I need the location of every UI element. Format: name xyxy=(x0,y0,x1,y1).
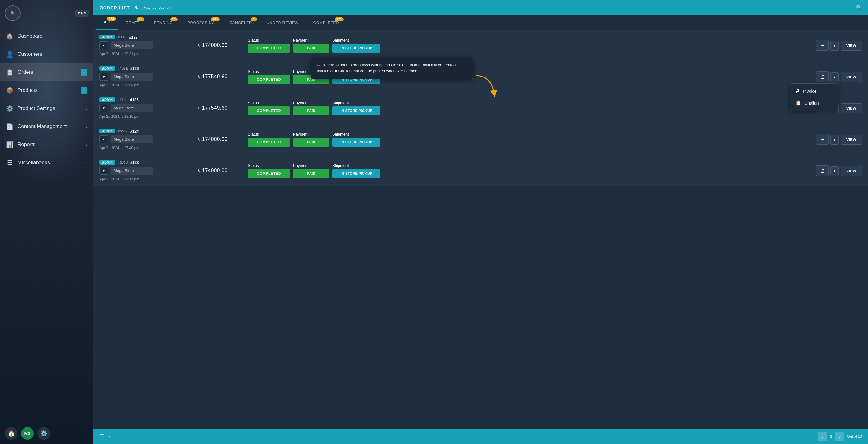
print-dropdown-button-order5[interactable]: ▾ xyxy=(830,166,839,176)
nav-arrow-miscellaneous: › xyxy=(86,160,87,165)
refresh-button[interactable]: ↻ xyxy=(135,5,139,10)
nav-plus-products[interactable]: + xyxy=(81,87,87,94)
home-bottom-button[interactable]: 🏠 xyxy=(5,427,18,440)
payment-button-order4[interactable]: PAID xyxy=(293,138,329,147)
order-shipment-col-order3: Shipment IN STORE PICKUP xyxy=(332,101,380,115)
nav-label-content-management: Content Management xyxy=(18,124,67,130)
dropdown-item-invoice[interactable]: 🖨Invoice xyxy=(790,86,838,97)
order-store-order1: Mega Store xyxy=(111,41,153,49)
order-dropdown-btn-order5[interactable]: ▾ xyxy=(99,167,108,175)
sidebar-item-customers[interactable]: 👤 Customers xyxy=(0,45,93,63)
dropdown-item-challan[interactable]: 📋Challan xyxy=(790,97,838,109)
shipment-button-order5[interactable]: IN STORE PICKUP xyxy=(332,169,380,178)
sidebar-item-content-management[interactable]: 📄 Content Management › xyxy=(0,117,93,136)
view-button-order1[interactable]: VIEW xyxy=(841,41,862,50)
order-dropdown-btn-order4[interactable]: ▾ xyxy=(99,135,108,143)
sidebar-nav: 🏠 Dashboard 👤 Customers 📋 Orders + 📦 Pro… xyxy=(0,25,93,422)
sidebar-item-reports[interactable]: 📊 Reports › xyxy=(0,136,93,153)
payment-label-order5: Payment xyxy=(293,163,329,168)
tab-badge-completed: 121 xyxy=(335,18,344,22)
tab-under-review[interactable]: UNDER REVIEW xyxy=(259,16,306,29)
print-button-order2[interactable]: 🖨 xyxy=(816,71,829,82)
top-search-button[interactable]: 🔍 xyxy=(855,4,862,11)
payment-button-order1[interactable]: PAID xyxy=(293,44,329,53)
status-button-order1[interactable]: COMPLETED xyxy=(248,44,290,53)
tab-badge-all: 253 xyxy=(107,17,116,21)
pagination-next-button[interactable]: › xyxy=(835,432,844,441)
nav-label-miscellaneous: Miscellaneous xyxy=(18,160,50,166)
order-num-order4: #124 xyxy=(130,129,139,133)
order-dropdown-btn-order3[interactable]: ▾ xyxy=(99,104,108,112)
order-dropdown-btn-order2[interactable]: ▾ xyxy=(99,73,108,81)
order-ref-order1: #007f xyxy=(118,35,127,39)
tab-canceled[interactable]: CANCELED3 xyxy=(222,16,259,29)
view-button-order5[interactable]: VIEW xyxy=(841,166,862,176)
status-button-order4[interactable]: COMPLETED xyxy=(248,138,290,147)
language-selector[interactable]: বা EN xyxy=(75,10,89,16)
order-amount-order4: ৳ 174000.00 xyxy=(183,136,243,142)
shipment-label-order5: Shipment xyxy=(332,163,380,168)
status-button-order3[interactable]: COMPLETED xyxy=(248,106,290,115)
order-status-cols-order4: Status COMPLETED Payment PAID Shipment I… xyxy=(248,132,380,147)
status-button-order5[interactable]: COMPLETED xyxy=(248,169,290,178)
order-badges-order4: ADMIN #6587 #124 xyxy=(99,129,178,133)
order-status-col-order3: Status COMPLETED xyxy=(248,101,290,115)
sidebar-item-product-settings[interactable]: ⚙️ Product Settings › xyxy=(0,99,93,117)
footer-back-icon[interactable]: ‹ xyxy=(109,434,111,440)
tab-processing[interactable]: PROCESSING107 xyxy=(180,16,222,29)
order-actions-order1: 🖨 ▾ VIEW xyxy=(816,40,862,50)
tab-badge-pending: 12 xyxy=(170,18,178,22)
order-shipment-col-order1: Shipment IN STORE PICKUP xyxy=(332,38,380,53)
tab-pending[interactable]: PENDING12 xyxy=(147,16,180,29)
admin-badge-order3: ADMIN xyxy=(99,97,115,102)
print-dropdown-button-order1[interactable]: ▾ xyxy=(830,41,839,50)
ms-button[interactable]: MS xyxy=(21,427,34,440)
order-dropdown-btn-order1[interactable]: ▾ xyxy=(99,41,108,49)
total-pages: Out of 13 xyxy=(847,434,862,439)
view-button-order3[interactable]: VIEW xyxy=(841,103,862,113)
nav-label-reports: Reports xyxy=(18,142,36,147)
tabs-bar: ALL253DRAFT10PENDING12PROCESSING107CANCE… xyxy=(93,15,868,30)
settings-bottom-button[interactable]: ⚙️ xyxy=(37,427,50,440)
tooltip-text: Click here to open a dropdown with optio… xyxy=(317,63,456,73)
order-left-order2: ADMIN #409a #126 ▾ Mega Store Apr 21 202… xyxy=(99,66,178,88)
sidebar-item-orders[interactable]: 📋 Orders + xyxy=(0,63,93,81)
print-dropdown-button-order4[interactable]: ▾ xyxy=(830,135,839,145)
status-button-order2[interactable]: COMPLETED xyxy=(248,75,290,84)
search-button[interactable]: 🔍 xyxy=(5,5,21,21)
order-status-col-order2: Status COMPLETED xyxy=(248,69,290,84)
tab-all[interactable]: ALL253 xyxy=(96,15,119,30)
order-actions-order5: 🖨 ▾ VIEW xyxy=(816,165,862,176)
status-label-order3: Status xyxy=(248,101,290,105)
order-actions-order4: 🖨 ▾ VIEW xyxy=(816,134,862,145)
admin-badge-order1: ADMIN xyxy=(99,35,115,39)
shipment-button-order1[interactable]: IN STORE PICKUP xyxy=(332,44,380,53)
order-status-cols-order3: Status COMPLETED Payment PAID Shipment I… xyxy=(248,101,380,115)
print-button-order1[interactable]: 🖨 xyxy=(816,40,829,50)
sidebar-item-miscellaneous[interactable]: ☰ Miscellaneous › xyxy=(0,153,93,172)
tab-draft[interactable]: DRAFT10 xyxy=(119,16,147,29)
print-dropdown-button-order2[interactable]: ▾ xyxy=(830,72,839,82)
pagination-prev-button[interactable]: ‹ xyxy=(818,432,827,441)
shipment-label-order3: Shipment xyxy=(332,101,380,105)
footer-pagination: ‹ 1 › Out of 13 xyxy=(818,432,862,441)
view-button-order2[interactable]: VIEW xyxy=(841,72,862,82)
view-button-order4[interactable]: VIEW xyxy=(841,135,862,145)
order-store-order2: Mega Store xyxy=(111,73,153,81)
print-button-order4[interactable]: 🖨 xyxy=(816,134,829,145)
shipment-button-order3[interactable]: IN STORE PICKUP xyxy=(332,106,380,115)
tab-completed[interactable]: COMPLETED121 xyxy=(306,16,346,29)
nav-icon-orders: 📋 xyxy=(6,69,13,76)
sidebar-item-products[interactable]: 📦 Products + xyxy=(0,81,93,99)
payment-button-order3[interactable]: PAID xyxy=(293,106,329,115)
print-button-order5[interactable]: 🖨 xyxy=(816,165,829,176)
shipment-label-order4: Shipment xyxy=(332,132,380,136)
sidebar-item-dashboard[interactable]: 🏠 Dashboard xyxy=(0,27,93,45)
shipment-button-order4[interactable]: IN STORE PICKUP xyxy=(332,138,380,147)
order-left-order5: ADMIN #d8d8 #123 ▾ Mega Store Apr 21 202… xyxy=(99,160,178,181)
order-row: ADMIN #d8d8 #123 ▾ Mega Store Apr 21 202… xyxy=(93,155,868,186)
footer-menu-icon[interactable]: ☰ xyxy=(99,433,104,440)
nav-plus-orders[interactable]: + xyxy=(81,69,87,76)
payment-button-order5[interactable]: PAID xyxy=(293,169,329,178)
order-store-row-order1: ▾ Mega Store xyxy=(99,41,178,49)
